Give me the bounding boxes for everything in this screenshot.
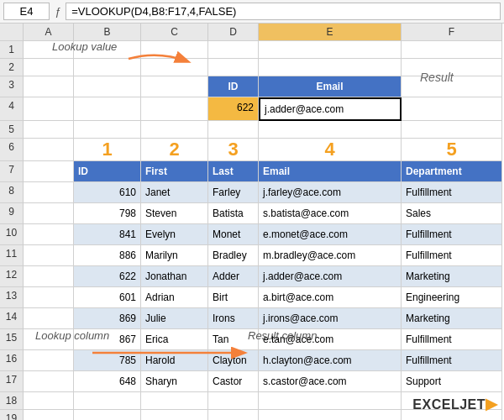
cell-E1[interactable] xyxy=(259,41,402,59)
cell-A4[interactable] xyxy=(24,97,74,121)
cell-C10[interactable]: Evelyn xyxy=(141,224,208,245)
cell-A19[interactable] xyxy=(24,410,74,420)
cell-A12[interactable] xyxy=(24,266,74,287)
cell-D10[interactable]: Monet xyxy=(208,224,259,245)
cell-D13[interactable]: Birt xyxy=(208,287,259,308)
cell-A16[interactable] xyxy=(24,350,74,371)
cell-B4[interactable] xyxy=(74,97,141,121)
cell-B11[interactable]: 886 xyxy=(74,245,141,266)
cell-B8[interactable]: 610 xyxy=(74,182,141,203)
cell-D2[interactable] xyxy=(208,59,259,76)
cell-A18[interactable] xyxy=(24,392,74,410)
cell-D8[interactable]: Farley xyxy=(208,182,259,203)
cell-B12[interactable]: 622 xyxy=(74,266,141,287)
cell-E19[interactable] xyxy=(259,410,402,420)
cell-B7-id-header[interactable]: ID xyxy=(74,161,141,182)
cell-C18[interactable] xyxy=(141,392,208,410)
col-header-D[interactable]: D xyxy=(208,24,259,41)
cell-A6[interactable] xyxy=(24,139,74,161)
cell-A10[interactable] xyxy=(24,224,74,245)
cell-D3[interactable]: ID xyxy=(208,76,259,97)
cell-B5[interactable] xyxy=(74,121,141,139)
cell-F5[interactable] xyxy=(402,121,502,139)
cell-B18[interactable] xyxy=(74,392,141,410)
cell-F10[interactable]: Fulfillment xyxy=(402,224,502,245)
cell-E12[interactable]: j.adder@ace.com xyxy=(259,266,402,287)
cell-F13[interactable]: Engineering xyxy=(402,287,502,308)
cell-E16[interactable]: h.clayton@ace.com xyxy=(259,350,402,371)
cell-B9[interactable]: 798 xyxy=(74,203,141,224)
cell-F4[interactable] xyxy=(402,97,502,121)
cell-E13[interactable]: a.birt@ace.com xyxy=(259,287,402,308)
cell-E8[interactable]: j.farley@ace.com xyxy=(259,182,402,203)
cell-F1[interactable] xyxy=(402,41,502,59)
cell-F15[interactable]: Fulfillment xyxy=(402,329,502,350)
cell-D11[interactable]: Bradley xyxy=(208,245,259,266)
cell-A13[interactable] xyxy=(24,287,74,308)
col-header-F[interactable]: F xyxy=(402,24,502,41)
cell-reference-box[interactable]: E4 xyxy=(3,3,50,20)
cell-A7[interactable] xyxy=(24,161,74,182)
cell-F14[interactable]: Marketing xyxy=(402,308,502,329)
cell-C7-first-header[interactable]: First xyxy=(141,161,208,182)
cell-D18[interactable] xyxy=(208,392,259,410)
formula-input[interactable]: =VLOOKUP(D4,B8:F17,4,FALSE) xyxy=(66,3,501,20)
cell-D9[interactable]: Batista xyxy=(208,203,259,224)
col-header-E[interactable]: E xyxy=(259,24,402,41)
cell-C17[interactable]: Sharyn xyxy=(141,371,208,392)
cell-C19[interactable] xyxy=(141,410,208,420)
cell-F11[interactable]: Fulfillment xyxy=(402,245,502,266)
cell-C9[interactable]: Steven xyxy=(141,203,208,224)
cell-C8[interactable]: Janet xyxy=(141,182,208,203)
cell-C13[interactable]: Adrian xyxy=(141,287,208,308)
cell-F7-dept-header[interactable]: Department xyxy=(402,161,502,182)
cell-C14[interactable]: Julie xyxy=(141,308,208,329)
cell-E18[interactable] xyxy=(259,392,402,410)
cell-A3[interactable] xyxy=(24,76,74,97)
cell-E10[interactable]: e.monet@ace.com xyxy=(259,224,402,245)
cell-E7-email-header[interactable]: Email xyxy=(259,161,402,182)
cell-E14[interactable]: j.irons@ace.com xyxy=(259,308,402,329)
cell-A2[interactable] xyxy=(24,59,74,76)
cell-A9[interactable] xyxy=(24,203,74,224)
cell-B14[interactable]: 869 xyxy=(74,308,141,329)
cell-C5[interactable] xyxy=(141,121,208,139)
cell-A8[interactable] xyxy=(24,182,74,203)
cell-D17[interactable]: Castor xyxy=(208,371,259,392)
cell-B13[interactable]: 601 xyxy=(74,287,141,308)
cell-A5[interactable] xyxy=(24,121,74,139)
col-header-A[interactable]: A xyxy=(24,24,74,41)
cell-D19[interactable] xyxy=(208,410,259,420)
cell-D12[interactable]: Adder xyxy=(208,266,259,287)
cell-F8[interactable]: Fulfillment xyxy=(402,182,502,203)
cell-E4[interactable]: j.adder@ace.com xyxy=(259,97,402,121)
cell-E11[interactable]: m.bradley@ace.com xyxy=(259,245,402,266)
col-header-B[interactable]: B xyxy=(74,24,141,41)
cell-C12[interactable]: Jonathan xyxy=(141,266,208,287)
cell-E5[interactable] xyxy=(259,121,402,139)
cell-D7-last-header[interactable]: Last xyxy=(208,161,259,182)
cell-F16[interactable]: Fulfillment xyxy=(402,350,502,371)
cell-E2[interactable] xyxy=(259,59,402,76)
cell-E3[interactable]: Email xyxy=(259,76,402,97)
cell-D14[interactable]: Irons xyxy=(208,308,259,329)
cell-F12[interactable]: Marketing xyxy=(402,266,502,287)
cell-D4[interactable]: 622 xyxy=(208,97,259,121)
cell-A14[interactable] xyxy=(24,308,74,329)
cell-E9[interactable]: s.batista@ace.com xyxy=(259,203,402,224)
cell-B17[interactable]: 648 xyxy=(74,371,141,392)
cell-E17[interactable]: s.castor@ace.com xyxy=(259,371,402,392)
cell-C11[interactable]: Marilyn xyxy=(141,245,208,266)
cell-A17[interactable] xyxy=(24,371,74,392)
cell-A11[interactable] xyxy=(24,245,74,266)
cell-B10[interactable]: 841 xyxy=(74,224,141,245)
cell-D5[interactable] xyxy=(208,121,259,139)
cell-F17[interactable]: Support xyxy=(402,371,502,392)
cell-B19[interactable] xyxy=(74,410,141,420)
cell-C4[interactable] xyxy=(141,97,208,121)
cell-C3[interactable] xyxy=(141,76,208,97)
cell-B3[interactable] xyxy=(74,76,141,97)
cell-D1[interactable] xyxy=(208,41,259,59)
col-header-C[interactable]: C xyxy=(141,24,208,41)
cell-F9[interactable]: Sales xyxy=(402,203,502,224)
